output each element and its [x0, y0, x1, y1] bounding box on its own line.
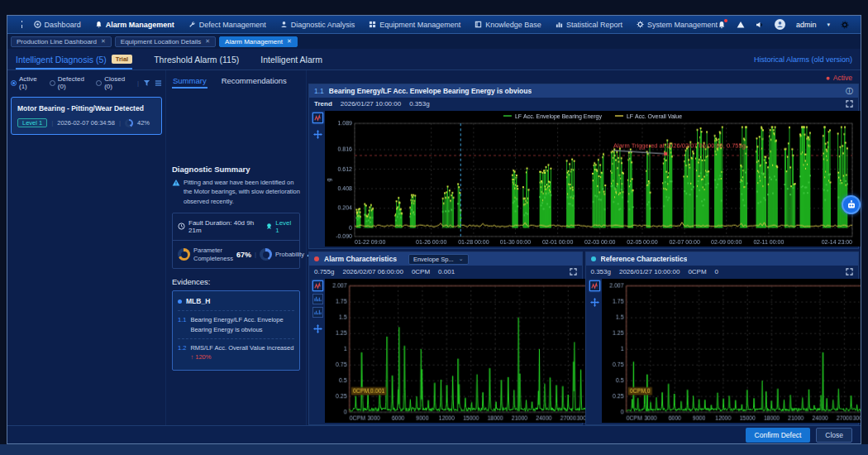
reference-spectrum-title: Reference Characteristics [601, 255, 688, 263]
content-area: Active (1) Defected (0) Closed (0) | [7, 70, 861, 425]
spectrum-thumb-selected[interactable] [589, 280, 600, 291]
tab-close-icon[interactable]: ✕ [287, 38, 292, 45]
tab-alarm-management[interactable]: Alarm Management ✕ [219, 36, 298, 47]
list-view-icon[interactable] [155, 79, 162, 87]
nav-item-defect-management[interactable]: Defect Management [188, 21, 266, 29]
ai-assistant-button[interactable] [842, 195, 861, 214]
mini-spectrum-icon [314, 295, 322, 303]
nav-item-diagnostic-analysis[interactable]: Diagnostic Analysis [280, 21, 355, 29]
trend-chart-canvas[interactable] [325, 111, 861, 247]
reference-spectrum-header: Reference Characteristics [586, 252, 859, 266]
spectrum-thumb-selected[interactable] [312, 280, 323, 291]
spectrum-thumb[interactable] [312, 307, 323, 318]
bar-chart-icon [556, 21, 563, 28]
expand-icon[interactable] [846, 268, 853, 275]
settings-button[interactable] [841, 21, 849, 29]
spectrum-type-dropdown[interactable]: Envelope Sp... ⌄ [408, 254, 469, 265]
diagnostic-summary-text-row: Pitting and wear have been identified on… [172, 178, 300, 206]
user-menu[interactable] [775, 19, 785, 30]
spectrum-panels: Alarm Characteristics Envelope Sp... ⌄ 0… [308, 251, 859, 425]
subtab-label: Threshold Alarm (115) [154, 55, 239, 65]
reference-spectrum-canvas[interactable] [602, 279, 862, 423]
app-window: Dashboard Alarm Management Defect Manage… [7, 15, 861, 444]
screen-frame: Dashboard Alarm Management Defect Manage… [0, 0, 868, 455]
level-badge: Level 1 [17, 118, 47, 127]
nav-item-dashboard[interactable]: Dashboard [34, 21, 81, 29]
cursor-time: 2026/01/27 10:00:00 [341, 100, 401, 108]
tab-recommendations[interactable]: Recommendations [221, 74, 288, 89]
mini-spectrum-icon [314, 309, 322, 316]
info-icon[interactable]: ⓘ [846, 88, 853, 95]
alarm-cpm: 0CPM [412, 268, 430, 275]
subtab-label: Intelligent Alarm [260, 55, 322, 65]
tab-close-icon[interactable]: ✕ [205, 38, 210, 45]
subtab-threshold-alarm[interactable]: Threshold Alarm (115) [154, 49, 239, 69]
funnel-filter-icon[interactable] [143, 79, 150, 87]
alarm-spectrum-canvas[interactable] [325, 279, 597, 423]
trial-badge: Trial [112, 55, 132, 64]
evidence-item-1[interactable]: 1.1 Bearing Energy/LF Acc. Envelope Bear… [178, 310, 294, 338]
subtab-label: Intelligent Diagnosis (5) [16, 55, 107, 65]
tab-close-icon[interactable]: ✕ [101, 38, 106, 45]
avatar [775, 19, 785, 30]
trend-chart-body [309, 110, 858, 248]
radio-defected[interactable] [50, 80, 55, 86]
sound-mute-button[interactable] [756, 21, 764, 29]
footer-actions-bar: Confirm Defect Close [7, 425, 861, 443]
level-indicator: Level 1 [265, 219, 294, 234]
dropdown-value: Envelope Sp... [413, 256, 454, 263]
close-button[interactable]: Close [816, 428, 852, 443]
alarm-value: 0.755g [314, 268, 334, 275]
tab-equipment-location-details[interactable]: Equipment Location Details ✕ [115, 36, 216, 47]
evidence-item-2[interactable]: 1.2 RMS/LF Acc. Overall Value increased … [178, 338, 294, 366]
charts-panel: ● Active 1.1 Bearing Energy/LF Acc. Enve… [307, 70, 861, 425]
nav-item-equipment-management[interactable]: Equipment Management [369, 21, 460, 29]
radio-closed[interactable] [96, 80, 102, 86]
nav-item-alarm-management[interactable]: Alarm Management [95, 21, 174, 29]
confirm-defect-button[interactable]: Confirm Defect [746, 428, 811, 443]
reference-amp: 0 [715, 268, 718, 275]
subtab-intelligent-diagnosis[interactable]: Intelligent Diagnosis (5) Trial [16, 49, 132, 69]
nav-item-knowledge-base[interactable]: Knowledge Base [475, 21, 541, 29]
trend-mode-label: Trend [314, 100, 332, 108]
tab-production-line-dashboard[interactable]: Production Line Dashboard ✕ [11, 36, 112, 47]
tab-label: Production Line Dashboard [17, 38, 97, 46]
alarm-alert-button[interactable] [737, 21, 745, 29]
evidence-thumb-selected[interactable] [312, 113, 323, 123]
reference-spectrum-subheader: 0.353g 2026/01/27 10:00:00 0CPM 0 [586, 266, 859, 278]
alarm-mini-toolbar [311, 279, 325, 423]
alarm-probability: 42% [137, 119, 150, 127]
nav-label: Knowledge Base [485, 21, 541, 29]
alarm-card-motor-bearing[interactable]: Motor Bearing - Pitting/Wear Detected Le… [11, 97, 162, 135]
subheader-tools [846, 268, 853, 275]
expand-icon[interactable] [570, 268, 577, 275]
notifications-bell-button[interactable] [718, 21, 726, 29]
menu-collapse-icon[interactable] [21, 21, 22, 28]
username-label[interactable]: admin [796, 21, 817, 29]
pan-move-icon[interactable] [313, 127, 322, 142]
reference-mini-toolbar [588, 279, 602, 423]
reference-characteristics-panel: Reference Characteristics 0.353g 2026/01… [585, 251, 860, 425]
nav-item-system-management[interactable]: System Management [637, 21, 718, 29]
radio-active[interactable] [11, 80, 17, 86]
trend-mini-toolbar [311, 111, 325, 247]
pan-move-icon[interactable] [313, 322, 322, 337]
user-caret-icon[interactable]: ▾ [827, 22, 830, 28]
diagnostic-summary-text: Pitting and wear have been identified on… [184, 178, 300, 206]
tab-summary[interactable]: Summary [172, 74, 207, 89]
person-icon [776, 21, 784, 28]
nav-item-statistical-report[interactable]: Statistical Report [556, 21, 622, 29]
spectrum-thumb[interactable] [312, 294, 323, 304]
parameter-completeness-value: 67% [236, 251, 251, 259]
historical-alarms-link[interactable]: Historical Alarms (old version) [754, 55, 852, 64]
filter-active[interactable]: Active (1) [11, 75, 45, 90]
subtab-intelligent-alarm[interactable]: Intelligent Alarm [260, 49, 322, 69]
nav-label: Diagnostic Analysis [291, 21, 355, 29]
expand-icon[interactable] [846, 100, 853, 108]
pan-move-icon[interactable] [590, 295, 599, 310]
filter-defected[interactable]: Defected (0) [50, 75, 91, 90]
filter-closed[interactable]: Closed (0) [96, 75, 132, 90]
evidence-text: Bearing Energy/LF Acc. Envelope Bearing … [190, 315, 294, 334]
alarm-subtabs-bar: Intelligent Diagnosis (5) Trial Threshol… [7, 49, 861, 70]
nav-label: Defect Management [199, 21, 266, 29]
